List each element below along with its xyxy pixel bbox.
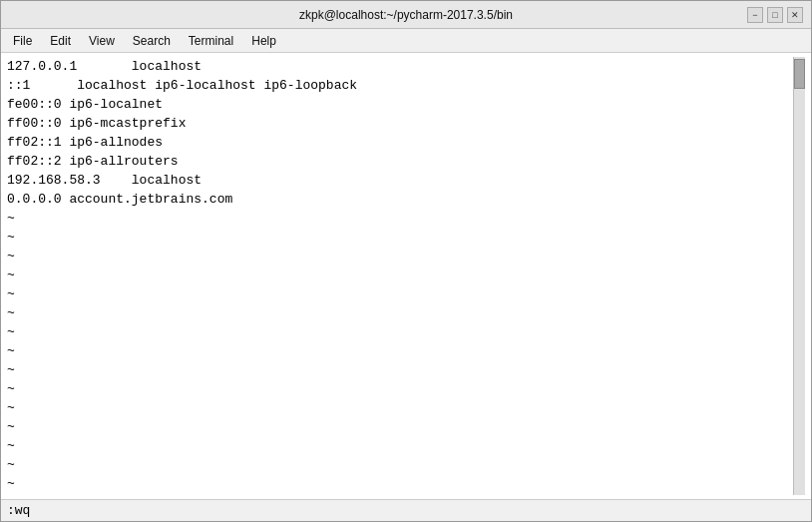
tilde-line: ~ [7,417,793,436]
menu-terminal[interactable]: Terminal [181,32,241,50]
tilde-line: ~ [7,360,793,379]
terminal-line: ff02::2 ip6-allrouters [7,152,793,171]
tilde-line: ~ [7,341,793,360]
menu-bar: File Edit View Search Terminal Help [1,29,811,53]
menu-search[interactable]: Search [125,32,179,50]
tilde-line: ~ [7,455,793,474]
terminal-line: ff02::1 ip6-allnodes [7,133,793,152]
tilde-line: ~ [7,209,793,228]
title-bar: zkpk@localhost:~/pycharm-2017.3.5/bin − … [1,1,811,29]
status-bar: :wq [1,499,811,521]
tilde-line: ~ [7,379,793,398]
tilde-line: ~ [7,322,793,341]
window-title: zkpk@localhost:~/pycharm-2017.3.5/bin [69,8,743,22]
terminal-line: ::1 localhost ip6-localhost ip6-loopback [7,76,793,95]
terminal-line: fe00::0 ip6-localnet [7,95,793,114]
scrollbar-thumb[interactable] [794,59,805,89]
terminal-line: 192.168.58.3 localhost [7,171,793,190]
terminal-line: ff00::0 ip6-mcastprefix [7,114,793,133]
tilde-line: ~ [7,228,793,247]
maximize-button[interactable]: □ [767,7,783,23]
terminal-line: 127.0.0.1 localhost [7,57,793,76]
tilde-line: ~ [7,284,793,303]
scrollbar[interactable] [793,57,805,495]
menu-help[interactable]: Help [243,32,284,50]
tilde-line: ~ [7,474,793,493]
tilde-line: ~ [7,398,793,417]
terminal-content: 127.0.0.1 localhost ::1 localhost ip6-lo… [7,57,793,495]
title-bar-controls: − □ ✕ [743,7,803,23]
terminal-body[interactable]: 127.0.0.1 localhost ::1 localhost ip6-lo… [1,53,811,499]
minimize-button[interactable]: − [747,7,763,23]
menu-view[interactable]: View [81,32,123,50]
tilde-line: ~ [7,436,793,455]
tilde-line: ~ [7,493,793,495]
tilde-line: ~ [7,303,793,322]
terminal-line: 0.0.0.0 account.jetbrains.com [7,190,793,209]
close-button[interactable]: ✕ [787,7,803,23]
tilde-line: ~ [7,265,793,284]
menu-edit[interactable]: Edit [42,32,79,50]
tilde-line: ~ [7,247,793,265]
terminal-window: zkpk@localhost:~/pycharm-2017.3.5/bin − … [0,0,812,522]
vim-status: :wq [7,503,30,518]
menu-file[interactable]: File [5,32,40,50]
